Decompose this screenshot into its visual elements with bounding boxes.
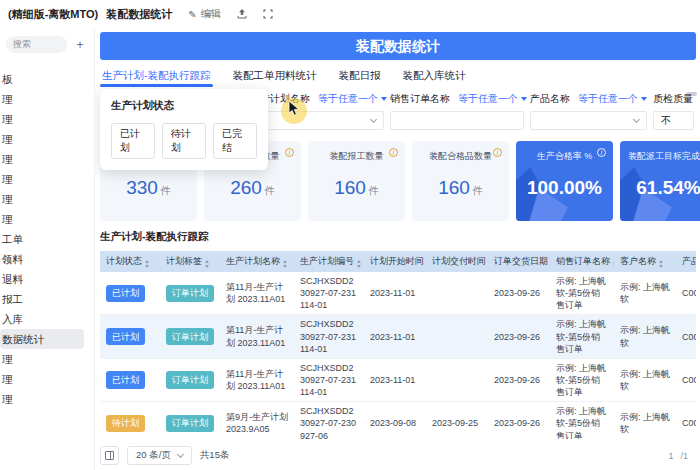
sidebar-item[interactable]: 入库: [0, 309, 94, 329]
sidebar-item[interactable]: 报工: [0, 289, 94, 309]
tab-inbound-stats[interactable]: 装配入库统计: [403, 69, 466, 87]
info-icon[interactable]: i: [597, 148, 606, 157]
tag-badge: 订单计划: [166, 328, 214, 345]
edit-button[interactable]: ✎ 编辑: [188, 7, 220, 21]
sort-icon: [659, 260, 663, 268]
upload-icon: [237, 9, 247, 19]
page-banner: 装配数据统计: [100, 32, 696, 60]
export-button[interactable]: [237, 9, 247, 19]
column-header[interactable]: 销售订单名称: [550, 251, 614, 272]
kpi-report-qty: 装配报工数量 i 160件: [308, 141, 405, 221]
filter-label: 产品名称: [530, 92, 570, 106]
sidebar-item-active[interactable]: 数据统计: [0, 329, 84, 349]
total-count: 共15条: [200, 449, 230, 462]
qc-quality-select[interactable]: 不: [653, 111, 694, 130]
kpi-dispatch-target-rate: 装配派工目标完成率 61.54%: [620, 141, 700, 221]
tab-workorder-material[interactable]: 装配工单用料统计: [233, 69, 317, 87]
column-header[interactable]: 计划交付时间: [426, 251, 488, 272]
document-title: 装配数据统计: [106, 7, 172, 22]
filter-sales-order: 销售订单名称 等于任意一个: [390, 91, 524, 139]
sidebar-item[interactable]: 理: [0, 149, 94, 169]
status-badge: 已计划: [106, 285, 145, 302]
kpi-qualified-qty: 装配合格品数量 i 160件: [412, 141, 509, 221]
page-title: 装配数据统计: [356, 38, 440, 54]
table-row[interactable]: 已计划 订单计划 第11月-生产计划 2023.11A01 SCJHXSDD23…: [100, 315, 696, 358]
top-toolbar: (精细版-离散MTO) 装配数据统计 ✎ 编辑: [0, 0, 700, 28]
plan-status-popup: 生产计划状态 已计划 待计划 已完结: [100, 89, 268, 170]
status-option-pending[interactable]: 待计划: [162, 123, 206, 159]
search-input[interactable]: 搜索: [6, 36, 67, 53]
status-badge: 已计划: [106, 371, 145, 388]
filter-bar: 生产计划名称 等于任意一个 销售订单名称 等于任意一个: [100, 87, 700, 139]
fullscreen-icon: [263, 9, 273, 19]
pencil-icon: ✎: [188, 9, 196, 20]
info-icon[interactable]: i: [389, 148, 398, 157]
sidebar-item[interactable]: 工单: [0, 229, 94, 249]
filter-label: 质检质量: [653, 92, 693, 106]
table-row[interactable]: 已计划 订单计划 第11月-生产计划 2023.11A01 SCJHXSDD23…: [100, 358, 696, 401]
table-row[interactable]: 待计划 订单计划 第9月-生产计划 2023.9A05 SCJHXSDD2309…: [100, 402, 696, 439]
sidebar-item[interactable]: 理: [0, 109, 94, 129]
plan-name-select[interactable]: [250, 111, 384, 130]
sidebar-item[interactable]: 理: [0, 369, 94, 389]
sidebar-item[interactable]: 理: [0, 189, 94, 209]
status-option-planned[interactable]: 已计划: [111, 123, 155, 159]
product-name-select[interactable]: [530, 111, 647, 130]
popup-title: 生产计划状态: [111, 99, 257, 113]
status-badge: 已计划: [106, 328, 145, 345]
mouse-cursor: [281, 98, 311, 128]
tab-daily-report[interactable]: 装配日报: [339, 69, 381, 87]
sort-icon: [613, 260, 614, 268]
sidebar-item[interactable]: 理: [0, 349, 94, 369]
chevron-down-icon: [633, 116, 640, 123]
tag-badge: 订单计划: [166, 285, 214, 302]
page-size-select[interactable]: 20 条/页: [127, 446, 192, 465]
table-section: 生产计划-装配执行跟踪 计划状态 计划标签 生产计划名称 生产计划编号: [100, 230, 700, 465]
pagination-bar: 20 条/页 共15条 1 /1: [100, 446, 700, 465]
sidebar-item[interactable]: 理: [0, 169, 94, 189]
tag-badge: 订单计划: [166, 415, 214, 432]
add-button[interactable]: +: [72, 38, 88, 52]
sidebar-item[interactable]: 理: [0, 209, 94, 229]
filter-product-name: 产品名称 等于任意一个: [530, 91, 647, 139]
status-badge: 待计划: [106, 415, 145, 432]
column-header[interactable]: 产品: [676, 251, 696, 272]
column-header[interactable]: 客户名称: [614, 251, 676, 272]
filter-operator[interactable]: 等于任意一个: [458, 92, 527, 106]
column-header[interactable]: 计划状态: [100, 251, 160, 272]
column-header[interactable]: 计划开始时间: [364, 251, 426, 272]
column-header[interactable]: 生产计划名称: [220, 251, 294, 272]
status-option-finished[interactable]: 已完结: [213, 123, 257, 159]
page-indicator: 1 /1: [668, 451, 688, 461]
tab-bar: 生产计划-装配执行跟踪 装配工单用料统计 装配日报 装配入库统计: [100, 60, 700, 87]
tab-plan-tracking[interactable]: 生产计划-装配执行跟踪: [102, 69, 211, 87]
filter-operator[interactable]: 等于任意一个: [318, 92, 387, 106]
chevron-down-icon: [370, 116, 377, 123]
sidebar-item[interactable]: 退料: [0, 269, 94, 289]
table-row[interactable]: 已计划 订单计划 第11月-生产计划 2023.11A01 SCJHXSDD23…: [100, 272, 696, 315]
sidebar-item[interactable]: 领料: [0, 249, 94, 269]
fullscreen-button[interactable]: [263, 9, 273, 19]
info-icon[interactable]: i: [285, 148, 294, 157]
column-settings-icon[interactable]: [100, 446, 119, 465]
sort-icon: [283, 260, 287, 268]
sidebar-item[interactable]: 理: [0, 389, 94, 409]
table-header-row: 计划状态 计划标签 生产计划名称 生产计划编号 计划开始时间 计划交付时间 订单…: [100, 251, 696, 272]
sort-icon: [145, 260, 149, 268]
sidebar-item[interactable]: 理: [0, 89, 94, 109]
chevron-down-icon: [177, 451, 184, 458]
column-header[interactable]: 订单交货日期: [488, 251, 550, 272]
caret-down-icon: [641, 97, 647, 101]
sidebar-item[interactable]: 理: [0, 129, 94, 149]
sales-order-input[interactable]: [390, 111, 524, 130]
column-header[interactable]: 计划标签: [160, 251, 220, 272]
filter-operator[interactable]: 等于任意一个: [578, 92, 647, 106]
sidebar-item[interactable]: 板: [0, 69, 94, 89]
workspace-title: (精细版-离散MTO): [0, 7, 98, 22]
sort-icon: [357, 260, 361, 268]
column-header[interactable]: 生产计划编号: [294, 251, 364, 272]
info-icon[interactable]: i: [493, 148, 502, 157]
tag-badge: 订单计划: [166, 371, 214, 388]
filter-label: 销售订单名称: [390, 92, 450, 106]
caret-down-icon: [381, 97, 387, 101]
